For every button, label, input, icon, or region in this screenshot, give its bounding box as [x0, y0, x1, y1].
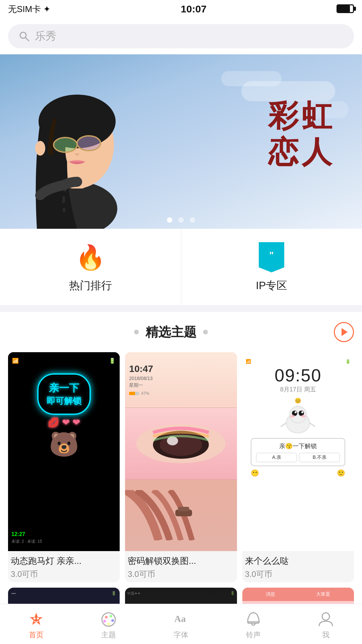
theme-info-3: 来个么么哒 3.0可币 — [242, 551, 354, 582]
bookmark-icon: " — [259, 242, 284, 272]
thumb2-date: 2018/08/13 — [129, 376, 153, 381]
theme-info-2: 密码解锁双换图... 3.0可币 — [125, 551, 237, 582]
theme-name-1: 动态跑马灯 亲亲... — [11, 555, 117, 567]
ip-icon-wrap: " — [256, 242, 287, 272]
theme-price-3: 3.0可币 — [245, 569, 351, 580]
chevron-right-icon — [342, 328, 348, 336]
svg-point-26 — [290, 415, 295, 418]
featured-section: 精选主题 📶🔋 亲一下 — [0, 312, 362, 644]
svg-point-35 — [34, 618, 36, 620]
svg-point-24 — [295, 411, 297, 413]
nav-me[interactable]: 我 — [290, 608, 362, 640]
banner-illustration — [13, 68, 141, 229]
status-bar: 无SIM卡 ✦ 10:07 — [0, 0, 362, 18]
dot-1 — [167, 217, 172, 223]
svg-line-28 — [281, 423, 286, 426]
nav-ringtone[interactable]: 铃声 — [217, 608, 290, 640]
thumb3-unlock-title: 亲😗一下解锁 — [256, 442, 340, 450]
flame-icon: 🔥 — [75, 243, 106, 272]
search-bar-wrap: 乐秀 — [0, 18, 362, 54]
svg-point-9 — [54, 138, 76, 152]
theme-info-1: 动态跑马灯 亲亲... 3.0可币 — [8, 551, 120, 582]
bell-icon — [245, 611, 262, 628]
btn-b: B.不亲 — [299, 453, 340, 462]
search-placeholder: 乐秀 — [35, 29, 56, 44]
theme-price-1: 3.0可币 — [11, 569, 117, 580]
banner-dots — [167, 217, 195, 223]
svg-point-38 — [105, 616, 108, 619]
banner-title: 彩虹恋人 — [268, 98, 335, 170]
nav-home-label: 首页 — [29, 630, 44, 640]
svg-point-41 — [107, 623, 110, 625]
thumb1-bubble: 亲一下 即可解锁 — [37, 373, 91, 415]
nav-me-label: 我 — [322, 630, 329, 640]
svg-rect-19 — [178, 507, 189, 511]
thumb3-unlock: 亲😗一下解锁 A.亲 B.不亲 — [251, 438, 345, 466]
hot-rank-label: 热门排行 — [69, 278, 112, 293]
thumb1-text1: 亲一下 — [47, 381, 81, 395]
time-display: 10:07 — [181, 3, 206, 15]
theme-price-2: 3.0可币 — [128, 569, 234, 580]
svg-point-36 — [37, 618, 39, 620]
theme-name-3: 来个么么哒 — [245, 555, 351, 567]
section-title: 精选主题 — [145, 324, 196, 341]
theme-card-1[interactable]: 📶🔋 亲一下 即可解锁 💋 ❤ ❤ 🐻 12:27 — [8, 352, 120, 582]
banner[interactable]: 彩虹恋人 — [0, 54, 362, 229]
section-title-wrap: 精选主题 — [8, 324, 334, 341]
thumb1-time: 12:27 — [11, 531, 116, 537]
theme-name-2: 密码解锁双换图... — [128, 555, 234, 567]
person-icon — [317, 611, 334, 628]
quick-actions: 🔥 热门排行 " IP专区 — [0, 229, 362, 305]
svg-line-29 — [310, 423, 315, 426]
more-button[interactable] — [334, 322, 354, 342]
search-bar[interactable]: 乐秀 — [8, 24, 354, 48]
btn-a: A.亲 — [256, 453, 297, 462]
bottom-nav: 首页 主题 Aa 字体 铃声 — [0, 604, 362, 644]
nav-theme[interactable]: 主题 — [72, 608, 145, 640]
pink-top-bar: 消息 大笨蛋 — [242, 588, 354, 601]
section-dot-right — [203, 330, 208, 334]
cute-character — [278, 405, 318, 438]
carrier-text: 无SIM卡 ✦ — [8, 3, 51, 15]
nav-theme-label: 主题 — [101, 630, 116, 640]
search-icon — [18, 30, 30, 42]
svg-point-11 — [35, 141, 45, 156]
svg-point-42 — [103, 620, 106, 623]
main-content: 无SIM卡 ✦ 10:07 乐秀 — [0, 0, 362, 644]
theme-thumb-3: 📶🔋 09:50 8月17日 周五 😊 — [242, 352, 354, 551]
nav-font-label: 字体 — [174, 630, 188, 640]
theme-thumb-1: 📶🔋 亲一下 即可解锁 💋 ❤ ❤ 🐻 12:27 — [8, 352, 120, 551]
svg-point-25 — [301, 411, 303, 413]
svg-point-39 — [110, 615, 112, 618]
svg-line-1 — [25, 38, 29, 41]
thumb2-time: 10:47 — [129, 364, 153, 374]
palette-icon — [100, 611, 117, 628]
font-icon: Aa — [173, 611, 189, 628]
svg-marker-34 — [30, 613, 43, 625]
theme-card-3[interactable]: 📶🔋 09:50 8月17日 周五 😊 — [242, 352, 354, 582]
dot-2 — [178, 217, 184, 223]
theme-grid: 📶🔋 亲一下 即可解锁 💋 ❤ ❤ 🐻 12:27 — [8, 352, 354, 582]
svg-text:Aa: Aa — [174, 613, 186, 624]
thumb3-date: 8月17日 周五 — [280, 385, 316, 393]
nav-font[interactable]: Aa 字体 — [145, 608, 217, 640]
svg-point-21 — [290, 406, 306, 423]
hot-rank-button[interactable]: 🔥 热门排行 — [0, 229, 181, 305]
home-star-icon — [28, 611, 45, 628]
flame-icon-wrap: 🔥 — [75, 242, 106, 272]
section-dot-left — [134, 330, 139, 334]
dot-3 — [190, 217, 195, 223]
nav-home[interactable]: 首页 — [0, 608, 72, 640]
thumb3-time: 09:50 — [275, 365, 321, 385]
svg-point-40 — [111, 619, 114, 622]
svg-point-46 — [322, 613, 329, 620]
battery-icon — [337, 4, 354, 14]
status-right — [337, 4, 354, 14]
theme-card-2[interactable]: 10:47 2018/08/13 星期一 47% — [125, 352, 237, 582]
ip-zone-button[interactable]: " IP专区 — [181, 229, 362, 305]
nav-ringtone-label: 铃声 — [246, 630, 261, 640]
svg-point-43 — [106, 618, 111, 623]
thumb1-text2: 即可解锁 — [47, 395, 81, 407]
ip-zone-label: IP专区 — [256, 278, 287, 293]
svg-point-27 — [301, 415, 306, 418]
